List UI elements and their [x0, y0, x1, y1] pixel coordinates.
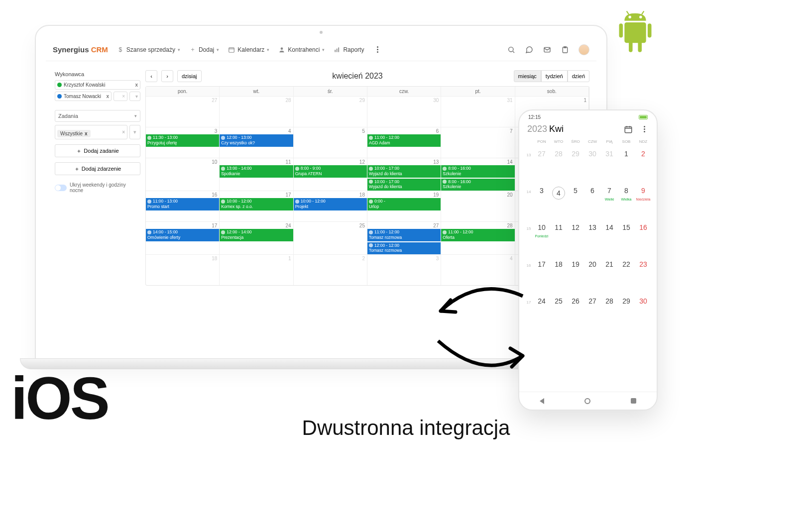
remove-icon[interactable]: x — [135, 82, 138, 88]
day-cell[interactable]: 1 — [220, 254, 293, 285]
remove-icon[interactable]: x — [106, 94, 109, 99]
calendar-event[interactable]: 12:00 - 13:00Czy wszystko ok? — [220, 134, 293, 147]
user-avatar[interactable] — [579, 44, 589, 55]
day-cell[interactable]: 128:00 - 9:00Grupa ATERN — [294, 158, 367, 191]
day-cell[interactable]: 190:00 -Urlop — [367, 191, 441, 221]
day-cell[interactable]: 311:30 - 13:00Przygotuj ofertę — [146, 127, 220, 158]
phone-day[interactable]: 20 — [584, 254, 601, 268]
phone-day[interactable]: 28 — [550, 144, 567, 158]
calendar-event[interactable]: 14:00 - 15:00Omówienie oferty — [146, 229, 219, 241]
next-button[interactable]: › — [161, 70, 173, 82]
day-cell[interactable]: 30 — [367, 96, 441, 127]
phone-day[interactable]: 2 — [635, 144, 652, 158]
hide-toggle-row[interactable]: Ukryj weekendy i godziny nocne — [55, 182, 140, 193]
calendar-event[interactable]: 10:00 - 12:00Projekt — [294, 198, 367, 210]
phone-day[interactable]: 26 — [567, 291, 584, 305]
phone-day[interactable]: 27 — [533, 144, 550, 158]
calendar-event[interactable]: 11:00 - 12:00Tomasz rozmowa — [367, 229, 441, 241]
nav-reports[interactable]: Raporty — [334, 46, 364, 53]
day-cell[interactable]: 1714:00 - 15:00Omówienie oferty — [146, 221, 220, 254]
view-month-button[interactable]: miesiąc — [514, 70, 541, 82]
phone-day[interactable]: 6 — [584, 181, 601, 195]
day-cell[interactable]: 2811:00 - 12:00Oferta — [441, 221, 515, 254]
day-cell[interactable]: 1810:00 - 12:00Projekt — [294, 191, 367, 221]
day-cell[interactable]: 29 — [294, 96, 367, 127]
phone-day[interactable]: 14 — [601, 217, 618, 231]
today-button[interactable]: dzisiaj — [177, 70, 202, 82]
day-cell[interactable]: 4 — [441, 254, 515, 285]
chat-icon[interactable] — [525, 45, 534, 54]
clear-icon[interactable]: × — [122, 129, 125, 135]
filter-tag-all[interactable]: Wszystkie x × — [55, 125, 127, 139]
user-chip-2[interactable]: Tomasz Nowacki x — [55, 92, 112, 101]
day-cell[interactable]: 1710:00 - 12:00Kornex sp. z o.o. — [220, 191, 293, 221]
day-cell[interactable]: 1310:00 - 17:00Wyjazd do klienta10:00 - … — [367, 158, 441, 191]
day-cell[interactable]: 2711:00 - 12:00Tomasz rozmowa12:00 - 12:… — [367, 221, 441, 254]
day-cell[interactable]: 25 — [294, 221, 367, 254]
day-cell[interactable]: 2 — [294, 254, 367, 285]
calendar-icon[interactable] — [624, 125, 633, 134]
calendar-event[interactable]: 8:00 - 9:00Grupa ATERN — [294, 165, 367, 178]
user-chip-1[interactable]: Krzysztof Kowalski x — [55, 80, 140, 90]
nav-calendar[interactable]: Kalendarz ▾ — [228, 46, 269, 53]
day-cell[interactable]: 3 — [367, 254, 441, 285]
day-cell[interactable]: 10 — [146, 158, 220, 191]
toggle-switch[interactable] — [55, 185, 67, 191]
calendar-event[interactable]: 12:00 - 14:00Prezentacja — [220, 229, 293, 241]
calendar-event[interactable]: 0:00 -Urlop — [367, 198, 441, 210]
day-cell[interactable]: 412:00 - 13:00Czy wszystko ok? — [220, 127, 293, 158]
day-cell[interactable]: 20 — [441, 191, 515, 221]
phone-day[interactable]: 9Niedziela — [635, 181, 652, 195]
day-cell[interactable]: 18 — [146, 254, 220, 285]
phone-day[interactable]: 8Wielka — [618, 181, 635, 195]
nav-sales[interactable]: $ Szanse sprzedaży ▾ — [117, 46, 180, 53]
day-cell[interactable]: 611:00 - 12:00AGD Adam — [367, 127, 441, 158]
phone-day[interactable]: 30 — [635, 291, 652, 305]
phone-day[interactable]: 29 — [567, 144, 584, 158]
day-cell[interactable]: 27 — [146, 96, 220, 127]
calendar-event[interactable]: 11:00 - 13:00Promo start — [146, 198, 219, 210]
home-icon[interactable] — [584, 398, 590, 404]
day-cell[interactable]: 1113:00 - 14:00Spotkanie — [220, 158, 293, 191]
phone-day[interactable]: 3 — [533, 181, 550, 195]
clear-all[interactable]: × — [114, 92, 127, 101]
calendar-event[interactable]: 13:00 - 14:00Spotkanie — [220, 165, 293, 178]
phone-day[interactable]: 27 — [584, 291, 601, 305]
phone-day[interactable]: 7Wielki — [601, 181, 618, 195]
phone-day[interactable]: 31 — [601, 144, 618, 158]
back-icon[interactable] — [540, 398, 544, 404]
phone-day[interactable]: 30 — [584, 144, 601, 158]
phone-day[interactable]: 21 — [601, 254, 618, 268]
day-cell[interactable]: 5 — [294, 127, 367, 158]
phone-day[interactable]: 25 — [550, 291, 567, 305]
phone-day[interactable]: 28 — [601, 291, 618, 305]
phone-day[interactable]: 22 — [618, 254, 635, 268]
phone-day[interactable]: 29 — [618, 291, 635, 305]
more-icon[interactable] — [373, 45, 382, 54]
calendar-event[interactable]: 11:00 - 12:00AGD Adam — [367, 134, 441, 147]
calendar-event[interactable]: 10:00 - 17:00Wyjazd do klienta — [367, 179, 441, 191]
phone-day[interactable]: 23 — [635, 254, 652, 268]
calendar-event[interactable]: 11:30 - 13:00Przygotuj ofertę — [146, 134, 219, 147]
day-cell[interactable]: 2412:00 - 14:00Prezentacja — [220, 221, 293, 254]
day-cell[interactable]: 7 — [441, 127, 515, 158]
phone-day[interactable]: 1 — [618, 144, 635, 158]
phone-day[interactable]: 24 — [533, 291, 550, 305]
phone-day[interactable]: 11 — [550, 217, 567, 231]
search-icon[interactable] — [507, 45, 516, 54]
calendar-event[interactable]: 11:00 - 12:00Oferta — [441, 229, 514, 241]
dropdown-toggle[interactable]: ▾ — [129, 125, 140, 139]
phone-day[interactable]: 17 — [533, 254, 550, 268]
view-day-button[interactable]: dzień — [568, 70, 589, 82]
dropdown-toggle[interactable]: ▾ — [129, 92, 140, 101]
calendar-event[interactable]: 8:00 - 16:00Szkolenie — [441, 165, 514, 178]
day-cell[interactable]: 1611:00 - 13:00Promo start — [146, 191, 220, 221]
day-cell[interactable]: 148:00 - 16:00Szkolenie8:00 - 16:00Szkol… — [441, 158, 515, 191]
phone-day[interactable]: 18 — [550, 254, 567, 268]
phone-day[interactable]: 16 — [635, 217, 652, 231]
clipboard-icon[interactable] — [561, 45, 570, 54]
phone-day[interactable]: 10Poniedzi — [533, 217, 550, 231]
calendar-event[interactable]: 10:00 - 17:00Wyjazd do klienta — [367, 165, 441, 178]
calendar-event[interactable]: 8:00 - 16:00Szkolenie — [441, 179, 514, 191]
prev-button[interactable]: ‹ — [145, 70, 157, 82]
